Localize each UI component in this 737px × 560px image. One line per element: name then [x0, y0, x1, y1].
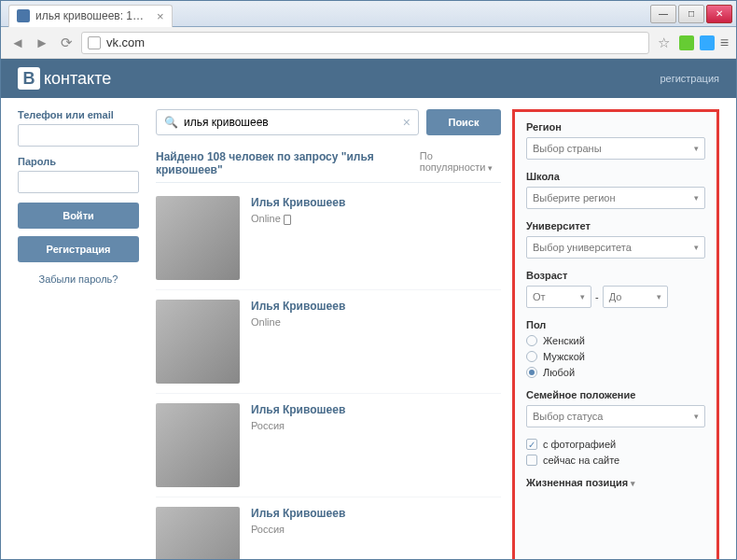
person-status: Online	[251, 316, 345, 328]
vk-logo[interactable]: В контакте	[18, 67, 111, 90]
star-icon[interactable]: ☆	[655, 34, 674, 52]
search-icon: 🔍	[164, 116, 178, 129]
filter-university-label: Университет	[526, 220, 705, 231]
login-input[interactable]	[18, 124, 139, 147]
registration-link[interactable]: регистрация	[660, 73, 719, 84]
tab-title: илья кривошеев: 108 по…	[35, 9, 147, 22]
person-row: Илья Кривошеев Online	[156, 187, 501, 290]
results-count: Найдено 108 человек по запросу "илья кри…	[156, 150, 420, 176]
extension-icon[interactable]	[679, 35, 694, 50]
url-text: vk.com	[106, 35, 145, 49]
filter-region-label: Регион	[526, 121, 705, 133]
app-window: илья кривошеев: 108 по… × — □ ✕ ◄ ► ⟳ vk…	[0, 0, 737, 560]
gender-male-radio[interactable]: Мужской	[526, 351, 705, 362]
extension-icon-2[interactable]	[700, 35, 715, 50]
titlebar: илья кривошеев: 108 по… × — □ ✕	[1, 1, 736, 27]
page-icon	[88, 36, 101, 49]
filter-school-select[interactable]: Выберите регион	[526, 187, 705, 209]
register-button[interactable]: Регистрация	[18, 236, 139, 262]
search-input[interactable]	[184, 116, 403, 129]
filter-age-label: Возраст	[526, 270, 705, 281]
vk-header: В контакте регистрация	[1, 59, 736, 98]
login-label: Телефон или email	[18, 109, 139, 120]
gender-female-radio[interactable]: Женский	[526, 335, 705, 346]
person-name[interactable]: Илья Кривошеев	[251, 300, 345, 313]
filter-age-to-select[interactable]: До	[603, 286, 668, 308]
browser-tab[interactable]: илья кривошеев: 108 по… ×	[8, 5, 173, 27]
password-label: Пароль	[18, 156, 139, 167]
vk-logo-icon: В	[18, 67, 40, 90]
person-status: Россия	[251, 524, 345, 535]
forward-icon[interactable]: ►	[33, 34, 51, 52]
person-row: Илья Кривошеев Россия	[156, 394, 501, 497]
avatar[interactable]	[156, 507, 240, 559]
results-column: 🔍 × Поиск Найдено 108 человек по запросу…	[156, 109, 501, 559]
avatar[interactable]	[156, 300, 240, 384]
clear-search-icon[interactable]: ×	[403, 115, 410, 130]
person-status: Online	[251, 213, 345, 225]
filter-university-select[interactable]: Выбор университета	[526, 236, 705, 259]
page-body: В контакте регистрация Телефон или email…	[1, 59, 736, 559]
gender-any-radio[interactable]: Любой	[526, 367, 705, 378]
filter-life-position-toggle[interactable]: Жизненная позиция	[526, 477, 705, 488]
filter-age-from-select[interactable]: От	[526, 286, 591, 308]
filter-gender-label: Пол	[526, 319, 705, 330]
favicon	[17, 9, 30, 22]
online-now-checkbox[interactable]: сейчас на сайте	[526, 455, 705, 466]
mobile-icon	[284, 215, 291, 225]
filter-relationship-label: Семейное положение	[526, 389, 705, 400]
vk-logo-text: контакте	[44, 69, 111, 89]
reload-icon[interactable]: ⟳	[57, 34, 76, 52]
filters-panel: Регион Выбор страны Школа Выберите регио…	[512, 109, 719, 559]
person-row: Илья Кривошеев Online	[156, 290, 501, 394]
url-input[interactable]: vk.com	[81, 32, 649, 54]
age-separator: -	[595, 291, 599, 302]
menu-icon[interactable]: ≡	[720, 35, 729, 51]
tab-close-icon[interactable]: ×	[157, 9, 164, 23]
person-name[interactable]: Илья Кривошеев	[251, 403, 345, 416]
filter-school-label: Школа	[526, 171, 705, 182]
person-name[interactable]: Илья Кривошеев	[251, 507, 345, 520]
sort-dropdown[interactable]: По популярности	[420, 150, 501, 176]
forgot-password-link[interactable]: Забыли пароль?	[18, 273, 139, 285]
avatar[interactable]	[156, 196, 240, 280]
window-close-button[interactable]: ✕	[706, 5, 732, 23]
person-row: Илья Кривошеев Россия	[156, 497, 501, 559]
filter-region-select[interactable]: Выбор страны	[526, 137, 705, 160]
search-box[interactable]: 🔍 ×	[156, 109, 419, 135]
login-sidebar: Телефон или email Пароль Войти Регистрац…	[18, 109, 139, 559]
window-minimize-button[interactable]: —	[650, 5, 676, 23]
address-bar: ◄ ► ⟳ vk.com ☆ ≡	[1, 27, 736, 59]
window-maximize-button[interactable]: □	[678, 5, 704, 23]
person-status: Россия	[251, 420, 345, 431]
back-icon[interactable]: ◄	[8, 34, 27, 52]
search-button[interactable]: Поиск	[426, 109, 501, 135]
with-photo-checkbox[interactable]: ✓с фотографией	[526, 439, 705, 450]
person-name[interactable]: Илья Кривошеев	[251, 196, 345, 209]
filter-relationship-select[interactable]: Выбор статуса	[526, 405, 705, 427]
password-input[interactable]	[18, 171, 139, 193]
login-button[interactable]: Войти	[18, 203, 139, 229]
avatar[interactable]	[156, 403, 240, 487]
